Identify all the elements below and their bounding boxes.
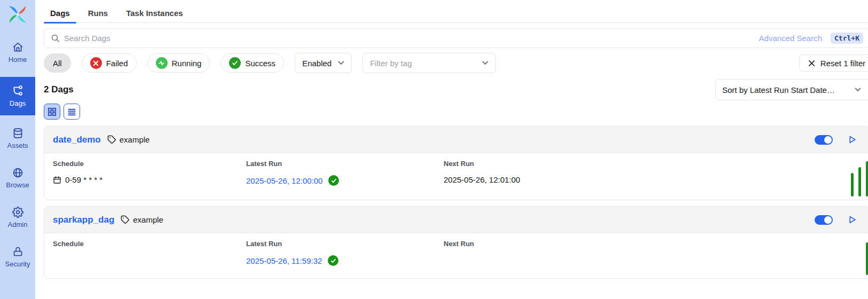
- grid-view-icon: [48, 107, 57, 116]
- dag-tag[interactable]: example: [107, 135, 150, 144]
- recent-runs-bar-chart[interactable]: [866, 242, 868, 275]
- run-bar[interactable]: [858, 167, 861, 196]
- chip-label: Running: [172, 59, 202, 68]
- tag-filter-placeholder: Filter by tag: [370, 59, 412, 68]
- dag-card-body: Schedule 0-59 * * * * Latest Run 2025-05…: [44, 153, 868, 200]
- running-state-icon: [156, 57, 168, 69]
- tab-task-instances[interactable]: Task Instances: [120, 5, 189, 22]
- search-input[interactable]: [64, 34, 759, 43]
- failed-state-icon: [90, 57, 102, 69]
- chevron-down-icon: [482, 61, 488, 65]
- dag-card-header: date_demo example: [44, 127, 868, 153]
- sort-select-value: Sort by Latest Run Start Date…: [722, 85, 835, 95]
- sidebar-item-label: Dags: [10, 99, 26, 107]
- hotkey-badge: Ctrl+K: [831, 33, 863, 44]
- card-view-button[interactable]: [44, 104, 60, 120]
- sidebar-item-label: Home: [9, 56, 27, 64]
- enabled-filter-value: Enabled: [302, 59, 332, 68]
- results-heading-row: 2 Dags Sort by Latest Run Start Date…: [44, 79, 868, 100]
- reset-filters-label: Reset 1 filter: [820, 59, 865, 68]
- chip-label: Success: [245, 59, 275, 68]
- home-icon: [12, 42, 23, 53]
- dag-card-date-demo: date_demo example Schedule 0-59 * * * *: [44, 126, 868, 200]
- chip-label: Failed: [106, 59, 128, 68]
- filter-chip-all[interactable]: All: [44, 53, 71, 73]
- sidebar: Home Dags Assets Browse Admin Security: [0, 0, 35, 299]
- dag-name-link[interactable]: sparkapp_dag: [53, 215, 114, 225]
- next-run-label: Next Run: [444, 160, 520, 168]
- enabled-filter-select[interactable]: Enabled: [295, 53, 352, 73]
- tag-filter-select[interactable]: Filter by tag: [362, 53, 496, 73]
- latest-run-label: Latest Run: [246, 160, 339, 168]
- sidebar-item-admin[interactable]: Admin: [0, 202, 35, 233]
- filter-chip-success[interactable]: Success: [220, 53, 284, 73]
- filter-chip-failed[interactable]: Failed: [82, 53, 137, 73]
- tab-bar: Dags Runs Task Instances: [44, 0, 868, 23]
- latest-run-link[interactable]: 2025-05-26, 12:00:00: [246, 176, 322, 185]
- recent-runs-bar-chart[interactable]: [851, 161, 868, 196]
- dag-name-link[interactable]: date_demo: [53, 135, 101, 145]
- dag-controls: [815, 135, 857, 145]
- sidebar-item-security[interactable]: Security: [0, 242, 35, 272]
- latest-run-link[interactable]: 2025-05-26, 11:59:32: [246, 256, 322, 265]
- airflow-logo-icon: [6, 3, 29, 26]
- dag-tag[interactable]: example: [121, 215, 163, 224]
- dag-count: 2 Dags: [44, 84, 74, 95]
- play-icon: [848, 135, 857, 144]
- run-success-icon: [328, 255, 338, 266]
- run-success-icon: [328, 175, 339, 186]
- reset-filters-button[interactable]: Reset 1 filter: [799, 54, 868, 72]
- search-icon: [51, 34, 60, 43]
- schedule-label: Schedule: [53, 240, 84, 248]
- dag-tag-label: example: [120, 135, 150, 144]
- play-icon: [848, 215, 857, 224]
- tab-dags[interactable]: Dags: [44, 5, 76, 22]
- tag-icon: [107, 135, 116, 144]
- chevron-down-icon: [855, 88, 861, 92]
- filter-chip-running[interactable]: Running: [147, 53, 210, 73]
- table-view-button[interactable]: [64, 104, 80, 120]
- dag-enabled-toggle[interactable]: [815, 135, 833, 145]
- main-content: Dags Runs Task Instances Advanced Search…: [35, 0, 868, 299]
- list-view-icon: [67, 107, 76, 116]
- chevron-down-icon: [338, 61, 344, 65]
- latest-run-label: Latest Run: [246, 240, 338, 248]
- next-run-label: Next Run: [444, 240, 474, 248]
- dag-card-header: sparkapp_dag example: [44, 207, 868, 233]
- run-bar[interactable]: [851, 173, 854, 196]
- filter-row: All Failed Running Success Enabled: [44, 53, 868, 73]
- search-bar: Advanced Search Ctrl+K: [44, 28, 868, 48]
- latest-run-column: Latest Run 2025-05-26, 12:00:00: [246, 160, 339, 186]
- dag-controls: [815, 215, 857, 225]
- dag-card-sparkapp-dag: sparkapp_dag example Schedule Latest Run…: [44, 206, 868, 279]
- trigger-dag-button[interactable]: [848, 215, 857, 224]
- tab-runs[interactable]: Runs: [82, 5, 115, 22]
- advanced-search-link[interactable]: Advanced Search: [759, 34, 822, 43]
- schedule-label: Schedule: [53, 160, 102, 168]
- sort-select[interactable]: Sort by Latest Run Start Date…: [715, 79, 868, 100]
- schedule-column: Schedule: [53, 240, 84, 255]
- success-state-icon: [229, 57, 241, 69]
- sidebar-item-label: Browse: [6, 181, 29, 189]
- sidebar-item-dags[interactable]: Dags: [0, 77, 35, 115]
- sidebar-item-label: Security: [5, 260, 30, 268]
- sidebar-item-assets[interactable]: Assets: [0, 123, 35, 154]
- sidebar-item-home[interactable]: Home: [0, 37, 35, 68]
- schedule-column: Schedule 0-59 * * * *: [53, 160, 102, 184]
- dag-enabled-toggle[interactable]: [815, 215, 833, 225]
- run-bar[interactable]: [866, 161, 868, 196]
- dag-card-body: Schedule Latest Run 2025-05-26, 11:59:32…: [44, 233, 868, 278]
- sidebar-item-label: Admin: [8, 221, 28, 229]
- latest-run-column: Latest Run 2025-05-26, 11:59:32: [246, 240, 338, 266]
- close-icon: [808, 60, 815, 67]
- security-icon: [12, 246, 23, 257]
- schedule-value: 0-59 * * * *: [65, 175, 102, 184]
- sidebar-item-browse[interactable]: Browse: [0, 163, 35, 193]
- run-bar[interactable]: [866, 242, 868, 275]
- next-run-column: Next Run 2025-05-26, 12:01:00: [444, 160, 520, 184]
- tag-icon: [121, 215, 130, 224]
- trigger-dag-button[interactable]: [848, 135, 857, 144]
- dags-icon: [12, 85, 23, 97]
- dag-tag-label: example: [133, 215, 163, 224]
- sidebar-item-label: Assets: [7, 141, 28, 150]
